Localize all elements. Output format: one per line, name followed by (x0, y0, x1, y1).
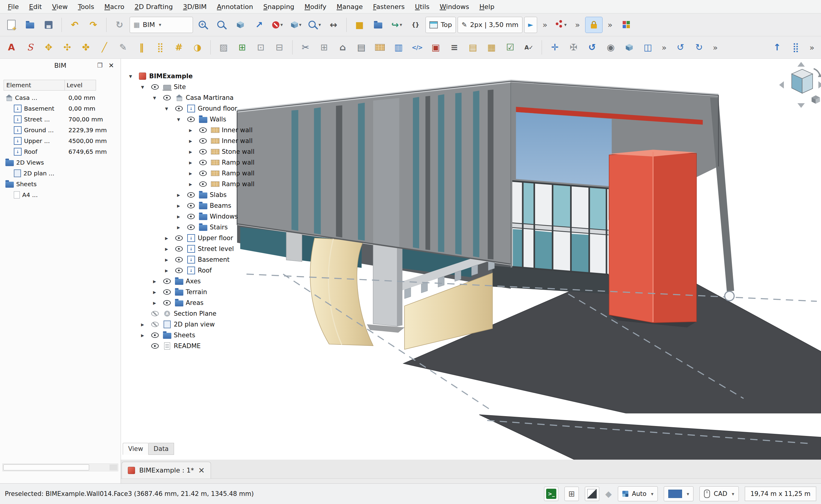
expand-arrow[interactable]: ▸ (148, 300, 160, 306)
eye-icon[interactable] (187, 214, 195, 219)
menu-3d-bim[interactable]: 3D/BIM (178, 1, 212, 12)
tree-item-2d-plan-view[interactable]: ▸2D plan view (121, 319, 255, 330)
zoom-selection[interactable] (214, 17, 230, 33)
edit-undo-arc[interactable]: ↺ (672, 40, 689, 55)
tree-item-sheets[interactable]: ▸Sheets (121, 330, 255, 341)
overflow-chevron[interactable]: » (662, 43, 667, 52)
rotate-tool[interactable]: ↺ (584, 40, 600, 55)
eye-icon[interactable] (199, 181, 207, 187)
visibility-eye[interactable] (184, 203, 197, 208)
tree-item-inner-wall[interactable]: ▸Inner wall (121, 136, 255, 146)
column-tool[interactable]: ‖ (133, 40, 150, 55)
expand-arrow[interactable]: ▸ (184, 127, 196, 133)
menu-edit[interactable]: Edit (24, 1, 47, 12)
visibility-eye[interactable] (172, 268, 185, 273)
eye-icon[interactable] (187, 117, 195, 122)
line-style-button[interactable]: ✎2px | 3,50 mm (458, 17, 522, 33)
visibility-eye[interactable] (184, 117, 197, 122)
array-grid[interactable]: # (170, 40, 187, 55)
zoom-tools[interactable]: ▾ (306, 17, 323, 33)
tree-item-street-level[interactable]: ▸Street level (121, 243, 255, 254)
open-file[interactable] (22, 17, 38, 33)
close-panel-icon[interactable]: ✕ (109, 62, 114, 69)
tree-item-bimexample[interactable]: ▾BIMExample (121, 71, 255, 82)
element-row-roof[interactable]: Roof6749,65 mm (0, 146, 121, 157)
3d-viewport[interactable]: ▾BIMExample▾Site▾Casa Martirana▾Ground f… (121, 59, 821, 460)
menu-utils[interactable]: Utils (410, 1, 434, 12)
checklist-tool[interactable]: ☑ (502, 40, 518, 55)
layers-tool[interactable]: ≡ (446, 40, 463, 55)
column-header-element[interactable]: Element (4, 80, 65, 91)
export-share[interactable]: ↪▾ (388, 17, 405, 33)
visibility-eye[interactable] (148, 311, 161, 316)
redo[interactable]: ↷ (85, 17, 102, 33)
workbench-selector[interactable]: ▦BIM▾ (130, 17, 193, 33)
tree-item-inner-wall[interactable]: ▸Inner wall (121, 125, 255, 136)
menu-annotation[interactable]: Annotation (212, 1, 258, 12)
overflow-chevron[interactable]: » (575, 20, 580, 29)
tree-item-ramp-wall[interactable]: ▸Ramp wall (121, 157, 255, 168)
visibility-eye[interactable] (148, 322, 161, 327)
array-polar[interactable]: ◑ (189, 40, 206, 55)
part-cube-tool[interactable] (621, 40, 638, 55)
tree-item-stairs[interactable]: ▸Stairs (121, 222, 255, 233)
menu-view[interactable]: View (47, 1, 72, 12)
wall-tool[interactable] (372, 40, 388, 55)
element-row-casa[interactable]: Casa ...0,00 mm (0, 92, 121, 103)
expand-arrow[interactable]: ▸ (172, 213, 184, 219)
visibility-eye[interactable] (196, 127, 209, 133)
snap-diamond-icon[interactable]: ◆ (605, 489, 612, 499)
red-curved-wall[interactable] (609, 150, 697, 327)
view-section[interactable]: ⊟ (271, 40, 288, 55)
navigation-cube[interactable] (779, 62, 821, 108)
eye-icon[interactable] (175, 257, 183, 262)
element-row-street[interactable]: Street ...700,00 mm (0, 114, 121, 125)
undo[interactable]: ↶ (66, 17, 83, 33)
snap-tool[interactable]: ✠ (565, 40, 582, 55)
grid-toggle-button[interactable]: ⊞ (564, 487, 579, 501)
tree-item-axes[interactable]: ▸Axes (121, 276, 255, 287)
element-row-2d-views[interactable]: 2D Views (0, 157, 121, 168)
annotation-arrow-button[interactable]: ► (524, 17, 537, 33)
save-file[interactable] (40, 17, 57, 33)
expand-arrow[interactable]: ▸ (136, 321, 148, 327)
menu-manage[interactable]: Manage (332, 1, 368, 12)
tree-item-ramp-wall[interactable]: ▸Ramp wall (121, 168, 255, 179)
expand-arrow[interactable]: ▸ (184, 181, 196, 187)
visibility-eye[interactable] (148, 84, 161, 90)
eye-icon[interactable] (199, 171, 207, 176)
material-tool[interactable]: ▤ (464, 40, 481, 55)
maintenance-tools[interactable]: ✂ (297, 40, 314, 55)
visibility-eye[interactable] (172, 246, 185, 252)
menu-snapping[interactable]: Snapping (258, 1, 299, 12)
expand-arrow[interactable]: ▾ (124, 73, 136, 79)
measure-tool[interactable]: ↔ (325, 17, 342, 33)
scrollbar-thumb[interactable] (3, 464, 89, 470)
tree-item-upper-floor[interactable]: ▸Upper floor (121, 233, 255, 243)
eye-icon[interactable] (175, 235, 183, 241)
element-row-basement[interactable]: Basement0,00 mm (0, 103, 121, 114)
refresh[interactable]: ↻ (111, 17, 128, 33)
layer-select[interactable]: ▾ (664, 486, 694, 501)
expand-arrow[interactable]: ▾ (172, 116, 184, 122)
float-panel-icon[interactable]: ❐ (97, 62, 103, 69)
stop-operation[interactable]: ▾ (269, 17, 286, 33)
eye-icon[interactable] (151, 343, 159, 349)
clone-tool[interactable]: ▣ (427, 40, 444, 55)
view-axonometric[interactable] (232, 17, 249, 33)
compound-tool[interactable]: ◫ (640, 40, 656, 55)
overflow-chevron[interactable]: » (713, 43, 718, 52)
menu-file[interactable]: File (3, 1, 24, 12)
eye-icon[interactable] (163, 289, 171, 295)
visibility-eye[interactable] (160, 289, 173, 295)
make-group[interactable] (370, 17, 387, 33)
menu-help[interactable]: Help (474, 1, 499, 12)
menu-fasteners[interactable]: Fasteners (368, 1, 410, 12)
eye-icon[interactable] (163, 300, 171, 306)
overflow-chevron[interactable]: » (607, 20, 613, 29)
grid-edit[interactable]: ⊞ (316, 40, 333, 55)
navigation-style-select[interactable]: CAD ▾ (700, 486, 739, 501)
menu-modify[interactable]: Modify (300, 1, 331, 12)
visibility-eye[interactable] (184, 214, 197, 219)
eye-icon[interactable] (199, 138, 207, 144)
